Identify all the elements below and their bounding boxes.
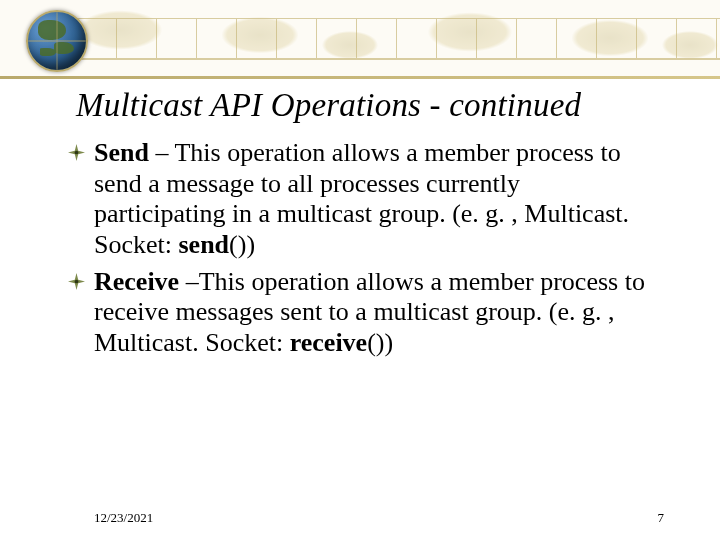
bullet-text-b: ()) — [367, 328, 393, 357]
compass-bullet-icon — [68, 273, 85, 290]
compass-bullet-icon — [68, 144, 85, 161]
bullet-sep: – — [179, 267, 199, 296]
bullet-term: Receive — [94, 267, 179, 296]
footer-date: 12/23/2021 — [94, 510, 153, 526]
bullet-term: Send — [94, 138, 149, 167]
slide-title: Multicast API Operations - continued — [76, 87, 680, 124]
svg-point-3 — [75, 279, 79, 283]
slide: Multicast API Operations - continued Sen… — [0, 0, 720, 540]
bullet-method: receive — [290, 328, 367, 357]
banner — [0, 0, 720, 79]
bullet-text-a: This operation allows a member process t… — [94, 138, 629, 259]
banner-grid — [76, 18, 720, 60]
slide-body: Send – This operation allows a member pr… — [94, 138, 656, 365]
svg-point-1 — [75, 151, 79, 155]
footer-page-number: 7 — [658, 510, 665, 526]
bullet-sep: – — [149, 138, 175, 167]
banner-separator — [0, 76, 720, 79]
bullet-method: send — [179, 230, 230, 259]
bullet-text-b: ()) — [229, 230, 255, 259]
bullet-item: Send – This operation allows a member pr… — [94, 138, 656, 261]
bullet-item: Receive –This operation allows a member … — [94, 267, 656, 359]
globe-icon — [26, 10, 88, 72]
